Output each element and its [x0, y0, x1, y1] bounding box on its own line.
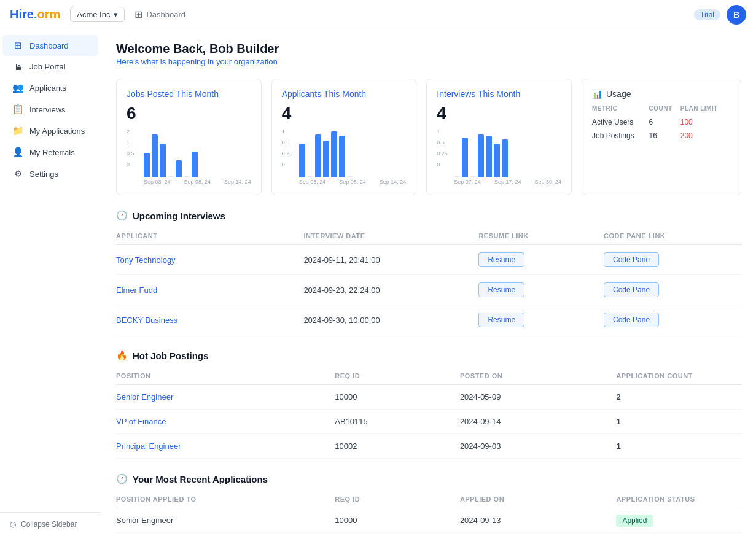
- code-pane-button[interactable]: Code Pane: [604, 252, 659, 267]
- col-req-header: REQ ID: [335, 368, 460, 385]
- applicants-card: Applicants This Month 4 10.50.250: [271, 79, 417, 195]
- app-position: Senior Engineer: [116, 508, 335, 533]
- interviews-chart-bars: 10.50.250: [437, 128, 561, 177]
- bar: [176, 160, 182, 177]
- usage-count-1: 6: [649, 115, 680, 129]
- job-position[interactable]: VP of Finance: [116, 410, 335, 434]
- trial-badge: Trial: [694, 9, 720, 20]
- interviews-card: Interviews This Month 4 10.50.250: [426, 79, 572, 195]
- logo-hire: Hire.: [10, 7, 37, 21]
- job-position[interactable]: Principal Engineer: [116, 434, 335, 459]
- bar: [152, 134, 158, 177]
- recent-applications-table: POSITION APPLIED TO REQ ID APPLIED ON AP…: [116, 492, 741, 533]
- hot-job-postings-table: POSITION REQ ID POSTED ON APPLICATION CO…: [116, 368, 741, 459]
- collapse-sidebar-button[interactable]: ◎ Collapse Sidebar: [10, 520, 91, 529]
- applicants-card-count: 4: [282, 104, 407, 123]
- app-status: Applied: [616, 508, 741, 533]
- applicants-y-labels: 10.50.250: [282, 128, 293, 168]
- interview-applicant-name[interactable]: Tony Technology: [116, 245, 303, 275]
- col-date-header: INTERVIEW DATE: [303, 228, 478, 245]
- col-app-status-header: APPLICATION STATUS: [616, 492, 741, 508]
- page-title: Welcome Back, Bob Builder: [116, 42, 741, 56]
- fire-icon: 🔥: [116, 350, 128, 361]
- bar: [494, 144, 500, 177]
- usage-col-limit: PLAN LIMIT: [680, 104, 731, 115]
- logo: Hire.orm: [10, 7, 60, 21]
- hot-job-postings-header: 🔥 Hot Job Postings: [116, 350, 741, 361]
- jobs-posted-card: Jobs Posted This Month 6 210.50: [116, 79, 262, 195]
- interviews-card-title: Interviews This Month: [437, 89, 561, 99]
- interviews-bars-container: [437, 134, 561, 177]
- sidebar-label-dashboard: Dashboard: [29, 41, 69, 50]
- col-applicant-header: APPLICANT: [116, 228, 303, 245]
- topbar-right: Trial B: [694, 5, 746, 25]
- sidebar-item-job-portal[interactable]: 🖥 Job Portal: [2, 56, 98, 77]
- sidebar-item-my-referrals[interactable]: 👤 My Referrals: [2, 142, 98, 163]
- collapse-icon: ◎: [10, 520, 16, 529]
- col-position-applied-header: POSITION APPLIED TO: [116, 492, 335, 508]
- applicants-x-labels: Sep 03, 24Sep 08, 24Sep 14, 24: [282, 179, 407, 185]
- applicants-icon: 👥: [12, 82, 23, 93]
- sidebar-item-applicants[interactable]: 👥 Applicants: [2, 77, 98, 98]
- job-row: Senior Engineer 10000 2024-05-09 2: [116, 385, 741, 410]
- hot-job-postings-title: Hot Job Postings: [133, 351, 208, 361]
- job-posted-on: 2024-09-03: [460, 434, 617, 459]
- bar: [470, 176, 476, 177]
- chart-bar-icon: 📊: [592, 89, 602, 99]
- col-applied-on-header: APPLIED ON: [460, 492, 617, 508]
- jobs-card-title: Jobs Posted This Month: [127, 89, 251, 99]
- app-applied-on: 2024-09-13: [460, 508, 617, 533]
- logo-norm: orm: [37, 7, 60, 21]
- interview-code-cell: Code Pane: [604, 305, 741, 335]
- usage-col-metric: METRIC: [592, 104, 649, 115]
- jobs-bars-container: [127, 134, 251, 177]
- job-posted-on: 2024-05-09: [460, 385, 617, 410]
- avatar[interactable]: B: [727, 5, 746, 25]
- job-req-id: 10000: [335, 385, 460, 410]
- main-content: Welcome Back, Bob Builder Here's what is…: [101, 29, 756, 536]
- usage-count-2: 16: [649, 129, 680, 142]
- bar: [339, 136, 345, 177]
- interviews-x-labels: Sep 07, 24Sep 17, 24Sep 30, 24: [437, 179, 561, 185]
- interview-row: Elmer Fudd 2024-09-23, 22:24:00 Resume C…: [116, 275, 741, 305]
- applicants-chart-bars: 10.50.250: [282, 128, 407, 177]
- jobs-card-count: 6: [127, 104, 251, 123]
- job-position[interactable]: Senior Engineer: [116, 385, 335, 410]
- sidebar-item-settings[interactable]: ⚙ Settings: [2, 163, 98, 184]
- recent-applications-header: 🕐 Your Most Recent Applications: [116, 473, 741, 484]
- topbar: Hire.orm Acme Inc ▾ ⊞ Dashboard Trial B: [0, 0, 756, 29]
- applicants-bars-container: [282, 131, 407, 177]
- usage-metric-1: Active Users: [592, 115, 649, 129]
- usage-table: METRIC COUNT PLAN LIMIT Active Users 6 1…: [592, 104, 731, 142]
- sidebar-item-interviews[interactable]: 📋 Interviews: [2, 99, 98, 120]
- jobs-chart-bars: 210.50: [127, 128, 251, 177]
- bar: [331, 131, 337, 177]
- job-app-count: 2: [616, 385, 741, 410]
- app-req-id: 10000: [335, 508, 460, 533]
- upcoming-interviews-table: APPLICANT INTERVIEW DATE RESUME LINK COD…: [116, 228, 741, 335]
- col-req-id-header: REQ ID: [335, 492, 460, 508]
- interview-applicant-name[interactable]: BECKY Business: [116, 305, 303, 335]
- sidebar-item-dashboard[interactable]: ⊞ Dashboard: [2, 35, 98, 56]
- company-selector[interactable]: Acme Inc ▾: [70, 7, 125, 22]
- interview-resume-cell: Resume: [478, 305, 604, 335]
- resume-button[interactable]: Resume: [478, 313, 524, 327]
- resume-button[interactable]: Resume: [478, 252, 524, 267]
- interviews-chart: 10.50.250 Sep 07, 24Se: [437, 128, 561, 185]
- resume-button[interactable]: Resume: [478, 282, 524, 297]
- sidebar-label-interviews: Interviews: [29, 105, 66, 114]
- col-app-count-header: APPLICATION COUNT: [616, 368, 741, 385]
- interview-applicant-name[interactable]: Elmer Fudd: [116, 275, 303, 305]
- upcoming-interviews-header: 🕐 Upcoming Interviews: [116, 210, 741, 221]
- job-row: VP of Finance AB10115 2024-09-14 1: [116, 410, 741, 434]
- code-pane-button[interactable]: Code Pane: [604, 282, 659, 297]
- usage-limit-2: 200: [680, 129, 731, 142]
- job-app-count: 1: [616, 410, 741, 434]
- sidebar-label-my-referrals: My Referrals: [29, 148, 75, 157]
- code-pane-button[interactable]: Code Pane: [604, 313, 659, 327]
- bar: [315, 134, 321, 177]
- my-referrals-icon: 👤: [12, 147, 23, 158]
- topbar-left: Hire.orm Acme Inc ▾ ⊞ Dashboard: [10, 7, 185, 22]
- sidebar-item-my-applications[interactable]: 📁 My Applications: [2, 120, 98, 141]
- application-row: Senior Engineer 10000 2024-09-13 Applied: [116, 508, 741, 533]
